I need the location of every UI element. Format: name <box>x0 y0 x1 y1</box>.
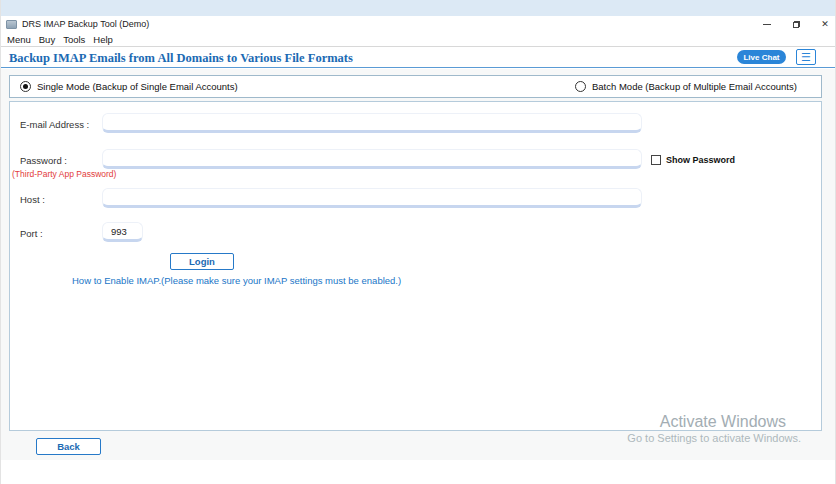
show-password-label: Show Password <box>666 155 735 165</box>
menu-item-help[interactable]: Help <box>93 34 113 45</box>
host-input[interactable] <box>102 188 642 208</box>
app-icon <box>6 20 17 29</box>
single-mode-label: Single Mode (Backup of Single Email Acco… <box>37 81 238 92</box>
bottom-strip <box>1 460 836 484</box>
minimize-icon <box>763 24 771 25</box>
mode-selection-bar: Single Mode (Backup of Single Email Acco… <box>9 75 822 98</box>
minimize-button[interactable] <box>761 18 773 30</box>
enable-imap-help-link[interactable]: How to Enable IMAP.(Please make sure you… <box>72 275 401 286</box>
email-label: E-mail Address : <box>20 119 89 130</box>
menu-item-menu[interactable]: Menu <box>7 34 31 45</box>
window-controls: ✕ <box>761 16 831 32</box>
single-mode-option[interactable]: Single Mode (Backup of Single Email Acco… <box>20 76 238 97</box>
login-button[interactable]: Login <box>170 253 234 270</box>
email-input[interactable] <box>102 113 642 133</box>
password-label: Password : <box>20 155 67 166</box>
restore-icon <box>793 21 800 28</box>
activate-windows-watermark: Activate Windows <box>660 413 786 431</box>
batch-mode-radio[interactable] <box>575 81 586 92</box>
close-button[interactable]: ✕ <box>819 18 831 30</box>
activate-windows-watermark-sub: Go to Settings to activate Windows. <box>627 432 801 444</box>
back-button[interactable]: Back <box>36 438 101 455</box>
hamburger-menu-icon[interactable]: ☰ <box>796 49 816 65</box>
single-mode-radio[interactable] <box>20 81 31 92</box>
password-note: (Third-Party App Password) <box>12 169 116 179</box>
app-window: DRS IMAP Backup Tool (Demo) ✕ Menu Buy T… <box>0 0 836 484</box>
live-chat-button[interactable]: Live Chat <box>737 50 786 64</box>
show-password-option[interactable]: Show Password <box>651 155 735 165</box>
host-label: Host : <box>20 194 45 205</box>
batch-mode-label: Batch Mode (Backup of Multiple Email Acc… <box>592 81 797 92</box>
window-title: DRS IMAP Backup Tool (Demo) <box>22 19 149 29</box>
page-header: Backup IMAP Emails from All Domains to V… <box>1 48 836 68</box>
password-input[interactable] <box>102 149 642 169</box>
login-form-panel: E-mail Address : Password : (Third-Party… <box>9 101 822 431</box>
restore-button[interactable] <box>790 18 802 30</box>
show-password-checkbox[interactable] <box>651 155 661 165</box>
desktop-top-strip <box>1 0 836 16</box>
batch-mode-option[interactable]: Batch Mode (Backup of Multiple Email Acc… <box>575 76 797 97</box>
menu-item-tools[interactable]: Tools <box>63 34 85 45</box>
menu-bar: Menu Buy Tools Help <box>1 32 836 47</box>
port-label: Port : <box>20 228 43 239</box>
page-title: Backup IMAP Emails from All Domains to V… <box>9 51 353 66</box>
menu-item-buy[interactable]: Buy <box>39 34 55 45</box>
title-bar[interactable]: DRS IMAP Backup Tool (Demo) ✕ <box>1 16 836 32</box>
port-input[interactable] <box>102 222 143 242</box>
